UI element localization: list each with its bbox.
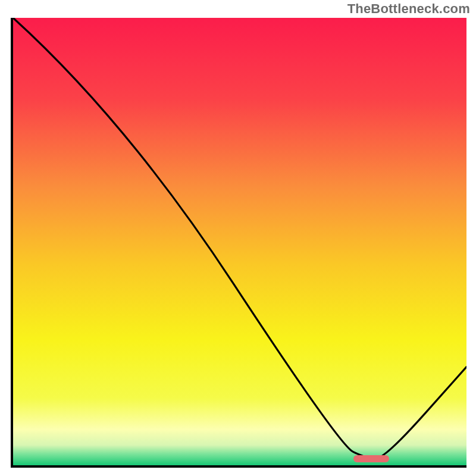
- watermark-text: TheBottleneck.com: [347, 1, 470, 17]
- axes: [11, 18, 466, 468]
- chart-frame: TheBottleneck.com: [0, 0, 476, 476]
- plot-area: [13, 18, 466, 465]
- bottleneck-curve: [13, 18, 466, 465]
- optimal-range-marker: [353, 455, 390, 462]
